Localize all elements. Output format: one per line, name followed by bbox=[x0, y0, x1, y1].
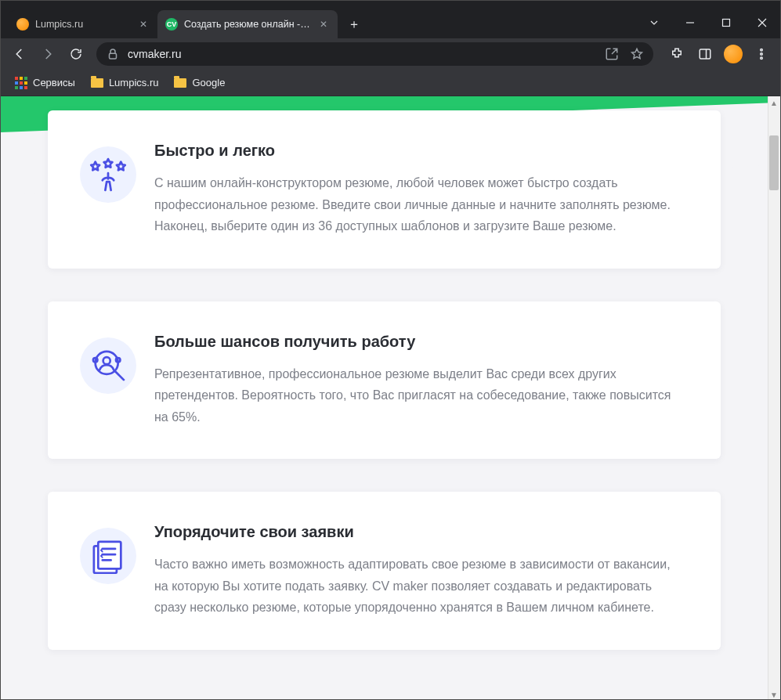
tab-strip: Lumpics.ru ✕ CV Создать резюме онлайн - … bbox=[1, 10, 366, 38]
folder-icon bbox=[174, 78, 186, 88]
vertical-scrollbar[interactable]: ▲ ▼ bbox=[768, 96, 780, 700]
reload-button[interactable] bbox=[63, 41, 89, 67]
svg-point-7 bbox=[103, 357, 110, 364]
scrollbar-thumb[interactable] bbox=[769, 135, 779, 190]
feature-body: Репрезентативное, профессиональное резюм… bbox=[154, 363, 686, 428]
address-bar-url: cvmaker.ru bbox=[128, 48, 181, 60]
page-viewport: Быстро и легко С нашим онлайн-конструкто… bbox=[1, 96, 780, 700]
feature-title: Упорядочите свои заявки bbox=[154, 523, 686, 541]
minimize-button[interactable] bbox=[672, 7, 708, 38]
svg-rect-0 bbox=[723, 20, 730, 27]
feature-icon-stars bbox=[73, 142, 143, 237]
bookmark-label: Сервисы bbox=[33, 77, 75, 88]
favicon-icon: CV bbox=[165, 18, 178, 31]
bookmarks-bar: Сервисы Lumpics.ru Google bbox=[1, 70, 780, 96]
favicon-icon bbox=[16, 18, 29, 31]
feature-title: Больше шансов получить работу bbox=[154, 333, 686, 351]
extensions-button[interactable] bbox=[664, 41, 689, 67]
svg-point-5 bbox=[761, 57, 763, 60]
close-window-button[interactable] bbox=[744, 7, 780, 38]
svg-point-4 bbox=[761, 53, 763, 56]
share-icon[interactable] bbox=[605, 47, 619, 61]
window-titlebar: Lumpics.ru ✕ CV Создать резюме онлайн - … bbox=[1, 1, 780, 38]
feature-body: С нашим онлайн-конструктором резюме, люб… bbox=[154, 172, 686, 237]
new-tab-button[interactable]: ＋ bbox=[342, 13, 366, 36]
tab-lumpics[interactable]: Lumpics.ru ✕ bbox=[9, 10, 157, 38]
sidepanel-button[interactable] bbox=[692, 41, 718, 67]
avatar-icon bbox=[724, 45, 743, 63]
window-controls bbox=[636, 7, 780, 38]
forward-button[interactable] bbox=[35, 41, 60, 67]
feature-card-organize: Упорядочите свои заявки Часто важно имет… bbox=[48, 492, 721, 650]
svg-rect-2 bbox=[700, 49, 710, 59]
bookmark-services[interactable]: Сервисы bbox=[9, 74, 81, 92]
omnibox-actions bbox=[605, 47, 644, 61]
svg-rect-1 bbox=[110, 53, 117, 59]
feature-cards: Быстро и легко С нашим онлайн-конструкто… bbox=[48, 110, 721, 650]
feature-card-fast: Быстро и легко С нашим онлайн-конструкто… bbox=[48, 110, 721, 269]
toolbar-right bbox=[661, 41, 774, 67]
close-tab-icon[interactable]: ✕ bbox=[317, 18, 330, 31]
scroll-down-icon[interactable]: ▼ bbox=[768, 688, 780, 700]
svg-point-3 bbox=[761, 49, 763, 51]
address-bar[interactable]: cvmaker.ru bbox=[96, 42, 653, 66]
close-tab-icon[interactable]: ✕ bbox=[137, 18, 150, 31]
tab-label: Создать резюме онлайн - конст bbox=[184, 19, 311, 30]
lock-icon bbox=[106, 47, 120, 61]
scroll-up-icon[interactable]: ▲ bbox=[768, 96, 780, 109]
feature-body: Часто важно иметь возможность адаптирова… bbox=[154, 554, 686, 619]
maximize-button[interactable] bbox=[708, 7, 744, 38]
profile-button[interactable] bbox=[721, 41, 746, 67]
feature-title: Быстро и легко bbox=[154, 142, 686, 160]
bookmark-label: Google bbox=[192, 77, 225, 88]
browser-toolbar: cvmaker.ru bbox=[1, 38, 780, 70]
chevron-down-icon[interactable] bbox=[636, 7, 672, 38]
folder-icon bbox=[91, 78, 103, 88]
bookmark-google[interactable]: Google bbox=[168, 74, 231, 92]
tab-label: Lumpics.ru bbox=[35, 19, 131, 30]
menu-button[interactable] bbox=[749, 41, 774, 67]
star-icon[interactable] bbox=[630, 47, 644, 61]
feature-card-chances: Больше шансов получить работу Репрезента… bbox=[48, 301, 721, 460]
feature-icon-documents bbox=[73, 523, 143, 619]
back-button[interactable] bbox=[7, 41, 32, 67]
tab-cvmaker[interactable]: CV Создать резюме онлайн - конст ✕ bbox=[157, 10, 338, 38]
bookmark-label: Lumpics.ru bbox=[109, 77, 159, 88]
bookmark-lumpics[interactable]: Lumpics.ru bbox=[85, 74, 165, 92]
apps-grid-icon bbox=[15, 77, 27, 89]
feature-icon-search-people bbox=[73, 333, 143, 428]
